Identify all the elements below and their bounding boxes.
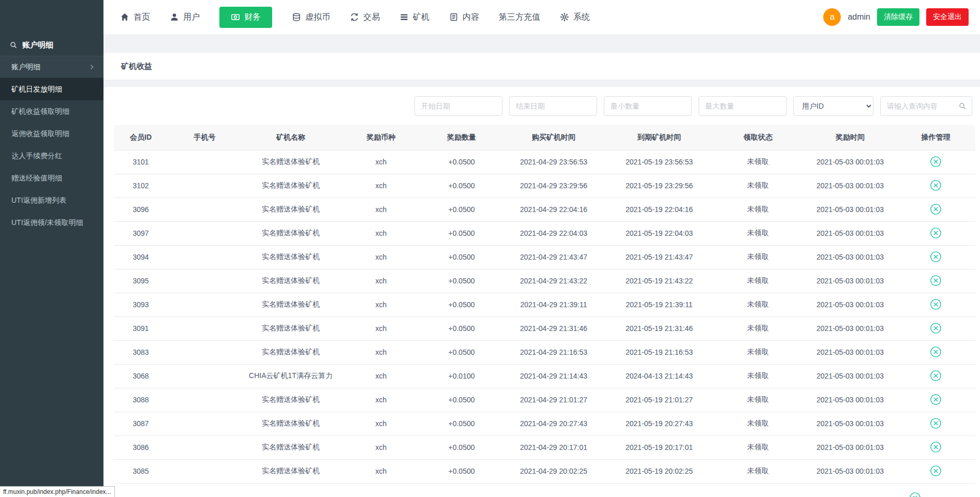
close-circle-icon (930, 465, 942, 477)
nav-item-finance[interactable]: 财务 (219, 7, 272, 28)
end-date-input[interactable] (509, 96, 597, 116)
table-cell: 3096 (114, 198, 168, 221)
table-cell: xch (340, 435, 422, 459)
revoke-button[interactable] (929, 274, 943, 288)
close-circle-icon (930, 370, 942, 382)
table-cell: 2021-05-19 20:02:25 (606, 459, 712, 483)
table-row: 3094实名赠送体验矿机xch+0.05002021-04-29 21:43:4… (114, 245, 975, 269)
table-cell: 未领取 (712, 364, 804, 388)
revoke-button[interactable] (929, 369, 943, 383)
user-icon (170, 12, 179, 22)
finance-icon (231, 12, 240, 22)
table-cell-actions (896, 150, 975, 174)
sidebar-item-miner-daily-grant[interactable]: 矿机日发放明细 (0, 78, 103, 100)
min-quantity-input[interactable] (604, 96, 692, 116)
table-cell: 未领取 (712, 388, 804, 412)
revoke-button[interactable] (929, 321, 943, 335)
table-cell-actions (896, 245, 975, 269)
nav-item-label: 内容 (463, 12, 479, 23)
table-cell: +0.0500 (422, 174, 501, 198)
sidebar-item-rebate-income-claim[interactable]: 返佣收益领取明细 (0, 123, 103, 145)
logout-button[interactable]: 安全退出 (926, 8, 969, 26)
table-cell: 3087 (114, 412, 168, 435)
page-title: 矿机收益 (121, 62, 152, 71)
nav-item-miner[interactable]: 矿机 (399, 12, 429, 23)
sidebar-item-miner-income-claim[interactable]: 矿机收益领取明细 (0, 100, 103, 123)
table-cell: +0.0500 (422, 293, 501, 317)
search-icon[interactable] (958, 102, 967, 110)
revoke-button[interactable] (929, 202, 943, 216)
table-cell: 2021-05-03 00:01:03 (804, 388, 896, 412)
nav-item-users[interactable]: 用户 (170, 12, 200, 23)
sidebar-item-gift-exp-detail[interactable]: 赠送经验值明细 (0, 167, 103, 189)
table-cell (168, 340, 242, 364)
table-cell: 实名赠送体验矿机 (242, 459, 340, 483)
avatar[interactable]: a (823, 8, 841, 26)
table-cell: 实名赠送体验矿机 (242, 340, 340, 364)
table-cell: 2021-05-19 22:04:03 (606, 221, 712, 245)
table-cell (168, 293, 242, 317)
close-circle-icon (930, 441, 942, 453)
table-cell-actions (896, 364, 975, 388)
revoke-button[interactable] (929, 345, 943, 359)
sidebar-item-uti-rebate-claim-detail[interactable]: UTI返佣领/未领取明细 (0, 212, 103, 234)
table-cell: 未领取 (712, 340, 804, 364)
table-cell: 2021-04-29 20:27:43 (501, 412, 606, 435)
search-icon (9, 41, 18, 49)
table-cell: +0.0500 (422, 150, 501, 174)
max-quantity-input[interactable] (699, 96, 786, 116)
search-box (880, 96, 972, 116)
table-cell: 2021-04-29 23:56:53 (501, 150, 606, 174)
revoke-button[interactable] (929, 178, 943, 192)
table-cell-actions (896, 412, 975, 435)
revoke-button[interactable] (929, 155, 943, 169)
sidebar-item-uti-rebate-new-list[interactable]: UTI返佣新增列表 (0, 189, 103, 212)
revoke-button[interactable] (929, 250, 943, 264)
sidebar-item-label: 达人手续费分红 (11, 152, 62, 161)
revoke-button[interactable] (929, 226, 943, 240)
table-cell: CHIA云矿机1T满存云算力 (242, 364, 340, 388)
revoke-button[interactable] (929, 416, 943, 430)
revoke-button[interactable] (929, 393, 943, 406)
table-row: 3068CHIA云矿机1T满存云算力xch+0.01002021-04-29 2… (114, 364, 975, 388)
table-cell: xch (340, 198, 422, 221)
nav-item-third-party-recharge[interactable]: 第三方充值 (499, 12, 540, 23)
user-id-select[interactable]: 用户ID (793, 96, 873, 116)
nav-item-trade[interactable]: 交易 (350, 12, 380, 23)
table-row: 3086实名赠送体验矿机xch+0.05002021-04-29 20:17:0… (114, 435, 975, 459)
nav-item-system[interactable]: 系统 (560, 12, 590, 23)
sidebar-item-talent-fee-dividend[interactable]: 达人手续费分红 (0, 145, 103, 167)
sidebar-item-account-detail[interactable]: 账户明细 (0, 56, 103, 78)
close-circle-icon (930, 322, 942, 334)
nav-item-home[interactable]: 首页 (120, 12, 150, 23)
table-cell: 实名赠送体验矿机 (242, 269, 340, 293)
table-cell: +0.0500 (422, 412, 501, 435)
table-cell (168, 198, 242, 221)
table-cell: xch (340, 174, 422, 198)
table-cell (168, 174, 242, 198)
table-cell-actions (896, 221, 975, 245)
table-cell: 2021-05-19 23:56:53 (606, 150, 712, 174)
table-cell (168, 364, 242, 388)
start-date-input[interactable] (414, 96, 502, 116)
nav-item-content[interactable]: 内容 (449, 12, 479, 23)
table-cell-actions (896, 198, 975, 221)
close-circle-icon (930, 275, 942, 287)
table-cell: +0.0500 (422, 221, 501, 245)
topbar-right: a admin 清除缓存 安全退出 (823, 8, 969, 26)
status-url: ff.muxin.pub/index.php/Finance/index... (0, 486, 115, 497)
revoke-button[interactable] (929, 440, 943, 454)
table-cell (168, 221, 242, 245)
nav-item-crypto[interactable]: 虚拟币 (292, 12, 330, 23)
partial-next-row-close-circle-icon (909, 492, 921, 497)
revoke-button[interactable] (929, 297, 943, 311)
table-cell: +0.0500 (422, 245, 501, 269)
sidebar-item-label: 返佣收益领取明细 (11, 129, 69, 139)
table-cell: +0.0500 (422, 459, 501, 483)
revoke-button[interactable] (929, 464, 943, 478)
top-nav: 首页用户财务虚拟币交易矿机内容第三方充值系统 (120, 7, 590, 28)
table-cell (168, 412, 242, 435)
table-cell: 未领取 (712, 198, 804, 221)
table-cell-actions (896, 459, 975, 483)
clear-cache-button[interactable]: 清除缓存 (877, 8, 919, 26)
